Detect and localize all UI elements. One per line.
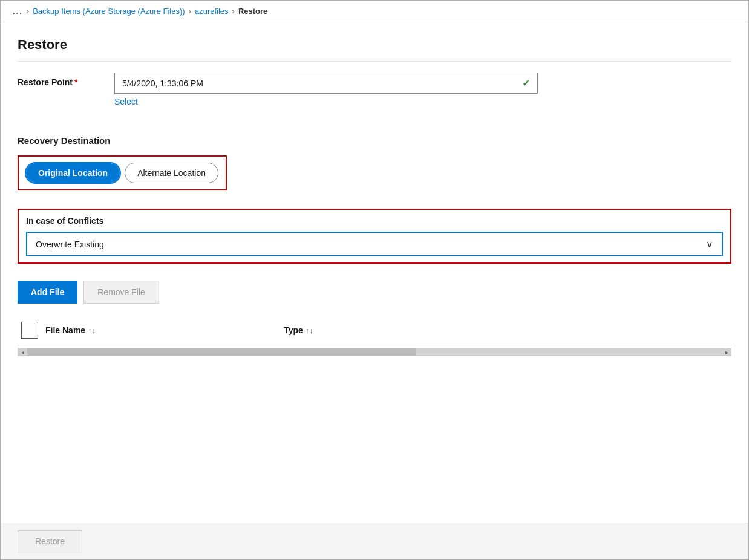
breadcrumb-sep-0: › <box>27 7 29 16</box>
file-name-sort-icon: ↑↓ <box>88 326 96 335</box>
add-file-button[interactable]: Add File <box>18 281 77 304</box>
restore-point-row: Restore Point* 5/4/2020, 1:33:06 PM ✓ Se… <box>18 73 731 106</box>
file-name-sort[interactable]: File Name ↑↓ <box>45 325 96 335</box>
page-title: Restore <box>18 37 731 62</box>
breadcrumb-link-azurefiles[interactable]: azurefiles <box>195 7 229 16</box>
conflicts-dropdown[interactable]: Overwrite Existing ∨ <box>26 232 723 256</box>
file-buttons: Add File Remove File <box>18 281 731 304</box>
scroll-right-icon: ▸ <box>725 349 728 356</box>
required-star: * <box>74 77 77 87</box>
breadcrumb-sep-1: › <box>189 7 191 16</box>
breadcrumb-current: Restore <box>238 7 267 16</box>
select-all-checkbox[interactable] <box>21 322 38 339</box>
original-location-button[interactable]: Original Location <box>26 163 120 183</box>
chevron-down-icon: ∨ <box>706 238 713 250</box>
type-sort-icon: ↑↓ <box>306 326 313 335</box>
scroll-left-icon: ◂ <box>21 349 24 356</box>
restore-point-value: 5/4/2020, 1:33:06 PM <box>122 79 203 88</box>
recovery-destination-section: Recovery Destination Original Location A… <box>18 129 731 190</box>
type-label: Type <box>284 325 303 335</box>
restore-point-control: 5/4/2020, 1:33:06 PM ✓ Select <box>114 73 538 106</box>
restore-button: Restore <box>18 530 82 552</box>
horizontal-scrollbar[interactable]: ◂ ▸ <box>18 348 731 356</box>
breadcrumb-sep-2: › <box>232 7 235 16</box>
main-window: ... › Backup Items (Azure Storage (Azure… <box>0 0 749 560</box>
select-link[interactable]: Select <box>114 97 538 106</box>
type-sort[interactable]: Type ↑↓ <box>284 325 313 335</box>
file-name-label: File Name <box>45 325 85 335</box>
restore-point-input[interactable]: 5/4/2020, 1:33:06 PM ✓ <box>114 73 538 94</box>
breadcrumb-ellipsis: ... <box>13 7 23 16</box>
breadcrumb: ... › Backup Items (Azure Storage (Azure… <box>1 1 748 22</box>
file-table-container: File Name ↑↓ Type ↑↓ <box>18 316 731 345</box>
breadcrumb-link-backup-items[interactable]: Backup Items (Azure Storage (Azure Files… <box>33 7 185 16</box>
file-table: File Name ↑↓ Type ↑↓ <box>18 316 731 345</box>
scroll-right-arrow[interactable]: ▸ <box>722 348 731 356</box>
main-content: Restore Restore Point* 5/4/2020, 1:33:06… <box>1 22 748 523</box>
recovery-destination-title: Recovery Destination <box>18 135 731 146</box>
checkmark-icon: ✓ <box>522 77 530 89</box>
conflicts-selected-value: Overwrite Existing <box>36 239 104 249</box>
restore-point-label: Restore Point* <box>18 73 114 87</box>
file-name-column-header: File Name ↑↓ <box>42 316 280 345</box>
conflicts-label: In case of Conflicts <box>26 216 723 226</box>
scrollbar-track[interactable] <box>27 348 722 356</box>
location-selection-box: Original Location Alternate Location <box>18 155 227 190</box>
conflicts-box: In case of Conflicts Overwrite Existing … <box>18 209 731 264</box>
scroll-left-arrow[interactable]: ◂ <box>18 348 27 356</box>
alternate-location-button[interactable]: Alternate Location <box>125 163 218 183</box>
bottom-bar: Restore <box>1 523 748 559</box>
scrollbar-thumb[interactable] <box>27 348 416 356</box>
remove-file-button: Remove File <box>83 281 159 304</box>
type-column-header: Type ↑↓ <box>280 316 731 345</box>
conflicts-section: In case of Conflicts Overwrite Existing … <box>18 209 731 264</box>
select-all-column <box>18 316 42 345</box>
